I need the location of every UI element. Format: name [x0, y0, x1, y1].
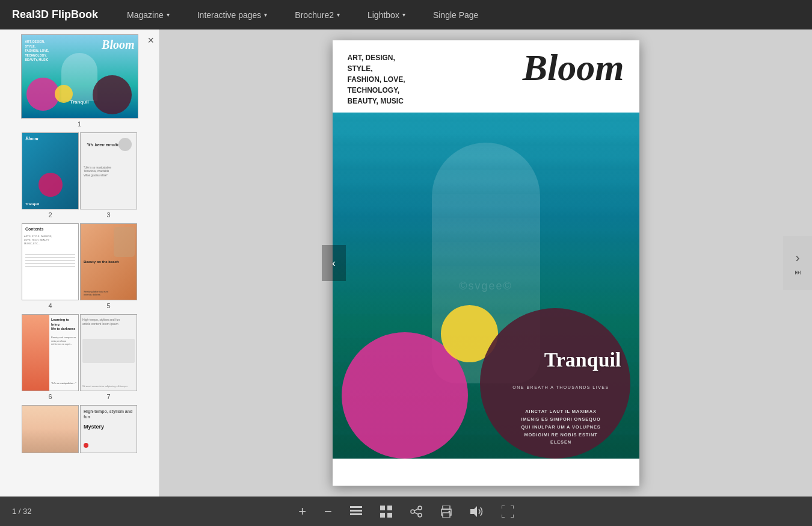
svg-line-10: [414, 509, 418, 510]
next-last-icon: ⏭: [795, 268, 801, 276]
svg-rect-12: [443, 506, 450, 509]
svg-marker-16: [470, 506, 477, 517]
toolbar-inner: 1 / 32 + −: [0, 501, 812, 522]
svg-rect-2: [350, 513, 362, 515]
fullscreen-button[interactable]: [499, 503, 517, 521]
thumb-page-4[interactable]: Contents ARTS, STYLE, FASHION,LOVE, TECH…: [22, 223, 79, 300]
thumb-page-1[interactable]: ART, DESIGN,STYLE,FASHION, LOVE,TECHNOLO…: [21, 34, 138, 119]
share-button[interactable]: [407, 503, 425, 521]
svg-rect-4: [387, 506, 392, 510]
svg-rect-14: [443, 513, 450, 518]
page-current: 1: [12, 507, 16, 516]
list-icon: [350, 506, 362, 517]
svg-point-9: [418, 513, 422, 517]
share-icon: [410, 506, 422, 518]
nav-lightbox[interactable]: Lightbox ▾: [363, 7, 410, 23]
main-area: × ART, DESIGN,STYLE,FASHION, LOVE,TECHNO…: [0, 29, 812, 497]
nav-single-page[interactable]: Single Page: [428, 7, 484, 23]
chevron-down-icon: ▾: [264, 11, 267, 18]
svg-rect-5: [380, 513, 385, 518]
thumbnail-row-6-7: Learning to bringlife to darkness Beauty…: [0, 314, 159, 400]
svg-point-15: [448, 510, 450, 512]
top-navigation: Real3D FlipBook Magazine ▾ Interactive p…: [0, 0, 812, 29]
svg-rect-6: [387, 513, 392, 518]
next-page-button[interactable]: › ⏭: [783, 236, 812, 290]
book-viewer: ART, DESIGN, STYLE, FASHION, LOVE, TECHN…: [159, 29, 812, 497]
fullscreen-icon: [502, 506, 514, 518]
brand-logo: Real3D FlipBook: [12, 8, 98, 21]
thumb-label-3: 3: [106, 211, 110, 218]
nav-magazine[interactable]: Magazine ▾: [122, 7, 174, 23]
nav-interactive-pages[interactable]: Interactive pages ▾: [192, 7, 272, 23]
thumbnail-row-8: High-tempo, stylism and fun Mystery: [0, 405, 159, 453]
print-button[interactable]: [437, 503, 455, 521]
sound-button[interactable]: [467, 503, 487, 520]
sound-icon: [470, 506, 484, 517]
thumb-label-5: 5: [106, 302, 110, 309]
page-header: ART, DESIGN, STYLE, FASHION, LOVE, TECHN…: [333, 40, 639, 113]
one-breath-label: ONE BREATH A THOUSANDS LIVES: [495, 385, 627, 389]
thumb-page-5[interactable]: Beauty on the beach Seelung laboribus eu…: [80, 223, 137, 300]
thumbnail-row-2-3: Bloom Tranquil 2 'it's been emotional' "…: [0, 132, 159, 218]
svg-point-7: [418, 506, 422, 510]
bottom-toolbar: 1 / 32 + −: [0, 497, 812, 526]
thumb-page-6[interactable]: Learning to bringlife to darkness Beauty…: [22, 314, 79, 391]
thumb-page-9[interactable]: High-tempo, stylism and fun Mystery: [80, 405, 137, 453]
thumb-bloom-text: Bloom: [102, 38, 134, 52]
thumb-page-8[interactable]: [22, 405, 79, 453]
thumbnail-row-4-5: Contents ARTS, STYLE, FASHION,LOVE, TECH…: [0, 223, 159, 309]
sidebar-thumbnails: × ART, DESIGN,STYLE,FASHION, LOVE,TECHNO…: [0, 29, 159, 497]
close-sidebar-button[interactable]: ×: [147, 34, 154, 47]
page-indicator: 1 / 32: [12, 507, 32, 516]
grid-icon: [380, 506, 392, 518]
chevron-down-icon: ▾: [402, 11, 405, 18]
thumb-label-7: 7: [106, 393, 110, 400]
page-total: 32: [23, 507, 31, 516]
page-separator: /: [19, 507, 23, 516]
zoom-in-button[interactable]: +: [295, 501, 309, 522]
next-arrow-icon: ›: [795, 250, 799, 266]
svg-rect-3: [380, 506, 385, 510]
svg-rect-1: [350, 510, 362, 512]
nav-brochure2[interactable]: Brochure2 ▾: [290, 7, 345, 23]
prev-page-button[interactable]: ‹: [322, 245, 346, 281]
list-view-button[interactable]: [347, 503, 365, 520]
svg-line-11: [414, 512, 418, 514]
svg-point-8: [411, 510, 414, 513]
svg-rect-0: [350, 506, 362, 508]
body-text: AINCTAT LAUT IL MAXIMAX IMENIS ES SIMPOR…: [492, 408, 630, 447]
thumb-label-1: 1: [78, 120, 81, 128]
zoom-out-button[interactable]: −: [321, 501, 335, 522]
tranquil-label: Tranquil: [544, 348, 621, 371]
chevron-down-icon: ▾: [167, 11, 170, 18]
thumbnail-row-1: ART, DESIGN,STYLE,FASHION, LOVE,TECHNOLO…: [0, 29, 159, 128]
underwater-image: ©svgee© Tranquil: [333, 113, 639, 459]
page-tagline: ART, DESIGN, STYLE, FASHION, LOVE, TECHN…: [348, 52, 405, 107]
book-page: ART, DESIGN, STYLE, FASHION, LOVE, TECHN…: [333, 40, 639, 486]
grid-view-button[interactable]: [377, 503, 395, 521]
thumb-page-3[interactable]: 'it's been emotional' "Life is so manipu…: [80, 132, 137, 209]
thumb-label-4: 4: [48, 302, 52, 309]
thumb-label-6: 6: [48, 393, 52, 400]
thumb-page-7[interactable]: High-tempo, stylism and funarticle conte…: [80, 314, 137, 391]
content-area: ‹ ART, DESIGN, STYLE, FASHION, LOVE, TEC…: [159, 29, 812, 497]
chevron-down-icon: ▾: [337, 11, 340, 18]
page-bloom-title: Bloom: [523, 46, 624, 89]
thumb-page-2[interactable]: Bloom Tranquil: [22, 132, 79, 209]
print-icon: [440, 506, 452, 518]
thumb-label-2: 2: [48, 211, 52, 218]
